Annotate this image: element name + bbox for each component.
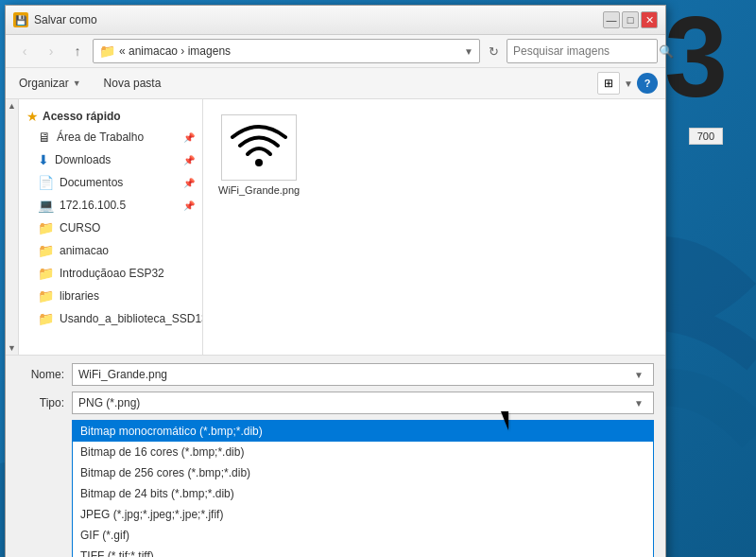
- file-label: WiFi_Grande.png: [218, 184, 300, 196]
- type-input[interactable]: PNG (*.png) ▼: [72, 392, 654, 414]
- folder-icon: 📁: [38, 243, 54, 258]
- folder-icon: 📁: [38, 266, 54, 281]
- view-dropdown-arrow[interactable]: ▼: [624, 78, 633, 89]
- sidebar-item-label: Área de Trabalho: [57, 131, 144, 144]
- action-bar: Organizar ▼ Nova pasta ⊞ ▼ ?: [6, 68, 665, 99]
- save-dialog: 💾 Salvar como — □ ✕ ‹ › ↑ 📁 « animacao ›…: [5, 5, 666, 557]
- back-button[interactable]: ‹: [13, 40, 36, 62]
- new-folder-button[interactable]: Nova pasta: [98, 74, 167, 93]
- type-dropdown-list: Bitmap monocromático (*.bmp;*.dib) Bitma…: [72, 420, 654, 557]
- refresh-button[interactable]: ↻: [484, 42, 503, 61]
- folder-icon: 📁: [99, 44, 115, 59]
- file-item-wifi[interactable]: WiFi_Grande.png: [211, 107, 307, 203]
- title-bar-left: 💾 Salvar como: [13, 12, 97, 27]
- file-thumbnail: [221, 114, 297, 181]
- up-button[interactable]: ↑: [66, 40, 89, 62]
- sidebar-item-label: Introduçãoao ESP32: [60, 267, 164, 280]
- sidebar-item-label: 172.16.100.5: [60, 199, 126, 212]
- search-bar[interactable]: 🔍: [507, 39, 658, 63]
- sidebar-item-label: Documentos: [60, 176, 123, 189]
- scroll-down-arrow[interactable]: ▼: [8, 343, 16, 353]
- svg-point-2: [255, 159, 263, 166]
- sidebar-item-label: animacao: [60, 244, 109, 257]
- left-scroll: ▲ ▼: [6, 99, 19, 355]
- dropdown-item-0[interactable]: Bitmap monocromático (*.bmp;*.dib): [73, 421, 653, 442]
- pin-icon: 📌: [183, 132, 195, 143]
- sidebar-item-label: libraries: [60, 289, 99, 303]
- organize-label: Organizar: [19, 77, 69, 90]
- wifi-icon: [231, 122, 287, 174]
- sidebar-item-downloads[interactable]: ⬇ Downloads 📌: [19, 148, 202, 171]
- title-bar: 💾 Salvar como — □ ✕: [6, 6, 665, 35]
- sidebar-item-animacao[interactable]: 📁 animacao: [19, 239, 202, 262]
- title-controls: — □ ✕: [603, 11, 658, 28]
- organize-chevron-icon: ▼: [73, 78, 81, 88]
- navigation-toolbar: ‹ › ↑ 📁 « animacao › imagens ▼ ↻ 🔍: [6, 35, 665, 68]
- search-input[interactable]: [513, 44, 655, 58]
- dropdown-item-3[interactable]: Bitmap de 24 bits (*.bmp;*.dib): [73, 483, 653, 504]
- view-controls: ⊞ ▼ ?: [597, 72, 658, 95]
- new-folder-label: Nova pasta: [104, 77, 162, 90]
- download-icon: ⬇: [38, 152, 49, 167]
- quick-access-header[interactable]: ★ Acesso rápido: [19, 103, 202, 126]
- address-path: « animacao › imagens: [119, 44, 460, 58]
- name-value: WiFi_Grande.png: [78, 368, 634, 381]
- close-button[interactable]: ✕: [641, 11, 658, 28]
- sidebar-item-ssd1306[interactable]: 📁 Usando_a_biblioteca_SSD1306: [19, 307, 202, 330]
- document-icon: 📄: [38, 175, 54, 190]
- folder-icon: 📁: [38, 220, 54, 235]
- dropdown-item-6[interactable]: TIFF (*.tif;*.tiff): [73, 546, 653, 557]
- type-row: Tipo: PNG (*.png) ▼: [17, 392, 654, 414]
- minimize-button[interactable]: —: [603, 11, 620, 28]
- dropdown-item-2[interactable]: Bitmap de 256 cores (*.bmp;*.dib): [73, 462, 653, 483]
- type-value: PNG (*.png): [78, 396, 634, 409]
- scroll-up-arrow[interactable]: ▲: [8, 101, 16, 111]
- sidebar-item-curso[interactable]: 📁 CURSO: [19, 217, 202, 239]
- sidebar-item-label: Usando_a_biblioteca_SSD1306: [60, 312, 203, 325]
- name-label: Nome:: [17, 368, 64, 381]
- forward-button[interactable]: ›: [40, 40, 62, 62]
- search-icon: 🔍: [659, 44, 674, 59]
- name-input[interactable]: WiFi_Grande.png ▼: [72, 363, 654, 386]
- organize-button[interactable]: Organizar ▼: [13, 74, 87, 93]
- left-panel: ★ Acesso rápido 🖥 Área de Trabalho 📌 ⬇ D…: [19, 99, 203, 355]
- name-dropdown-arrow: ▼: [634, 370, 647, 380]
- pin-icon: 📌: [183, 200, 195, 211]
- sidebar-item-label: Downloads: [55, 153, 111, 166]
- maximize-button[interactable]: □: [622, 11, 639, 28]
- dropdown-item-5[interactable]: GIF (*.gif): [73, 525, 653, 546]
- star-icon: ★: [26, 109, 39, 124]
- folder-icon: 📁: [38, 288, 54, 304]
- bottom-section: Nome: WiFi_Grande.png ▼ Tipo: PNG (*.png…: [6, 355, 665, 557]
- pin-icon: 📌: [183, 155, 195, 165]
- sidebar-item-esp32[interactable]: 📁 Introduçãoao ESP32: [19, 262, 202, 285]
- background-number: 3: [664, 0, 728, 113]
- pin-icon: 📌: [183, 178, 195, 188]
- dropdown-item-4[interactable]: JPEG (*.jpg;*.jpeg;*.jpe;*.jfif): [73, 504, 653, 525]
- dialog-icon: 💾: [13, 12, 28, 27]
- view-toggle-button[interactable]: ⊞: [597, 72, 620, 95]
- address-dropdown-arrow[interactable]: ▼: [464, 46, 473, 57]
- quick-access-label: Acesso rápido: [43, 110, 121, 123]
- sidebar-item-documents[interactable]: 📄 Documentos 📌: [19, 171, 202, 194]
- desktop-icon: 🖥: [38, 130, 51, 145]
- sidebar-item-network[interactable]: 💻 172.16.100.5 📌: [19, 194, 202, 217]
- folder-icon: 📁: [38, 311, 54, 326]
- dialog-title: Salvar como: [34, 13, 97, 26]
- type-dropdown-arrow: ▼: [634, 398, 647, 409]
- name-row: Nome: WiFi_Grande.png ▼: [17, 363, 654, 386]
- ruler-value: 700: [689, 128, 723, 145]
- pc-icon: 💻: [38, 198, 54, 213]
- help-button[interactable]: ?: [637, 73, 658, 94]
- right-panel: WiFi_Grande.png: [203, 99, 665, 355]
- address-bar[interactable]: 📁 « animacao › imagens ▼: [93, 39, 480, 63]
- sidebar-item-desktop[interactable]: 🖥 Área de Trabalho 📌: [19, 126, 202, 148]
- type-label: Tipo:: [17, 396, 64, 409]
- dropdown-item-1[interactable]: Bitmap de 16 cores (*.bmp;*.dib): [73, 442, 653, 462]
- sidebar-item-label: CURSO: [60, 221, 100, 235]
- main-area: ▲ ▼ ★ Acesso rápido 🖥 Área de Trabalho 📌…: [6, 99, 665, 355]
- sidebar-item-libraries[interactable]: 📁 libraries: [19, 285, 202, 307]
